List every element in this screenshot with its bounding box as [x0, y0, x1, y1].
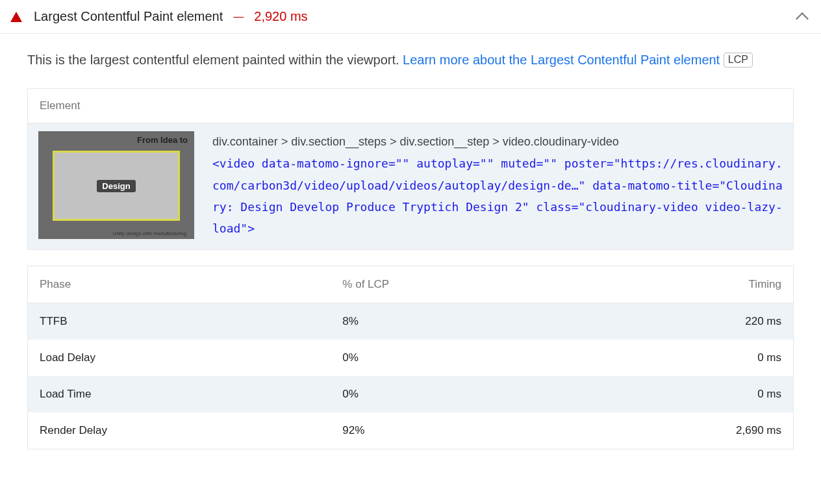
phase-timing: 0 ms	[564, 340, 794, 376]
col-pct: % of LCP	[331, 266, 563, 303]
element-selector-path: div.container > div.section__steps > div…	[212, 131, 783, 153]
phase-pct: 8%	[331, 303, 563, 340]
lcp-audit-panel: Largest Contentful Paint element — 2,920…	[0, 0, 821, 455]
panel-header[interactable]: Largest Contentful Paint element — 2,920…	[0, 0, 821, 34]
phase-name: Render Delay	[28, 412, 331, 449]
element-thumbnail: From Idea to Design Unify design with ma…	[38, 131, 194, 239]
phase-name: Load Time	[28, 376, 331, 412]
phase-name: TTFB	[28, 303, 331, 340]
chevron-up-icon[interactable]	[796, 12, 809, 25]
phase-timing: 0 ms	[564, 376, 794, 412]
lcp-element-card: Element From Idea to Design Unify design…	[27, 88, 794, 250]
thumb-chip-label: Design	[97, 180, 135, 192]
element-section-label: Element	[28, 89, 793, 123]
col-timing: Timing	[564, 266, 794, 303]
warning-triangle-icon	[10, 12, 22, 22]
phase-timing: 220 ms	[564, 303, 794, 340]
audit-metric-value: 2,920 ms	[254, 9, 307, 24]
col-phase: Phase	[28, 266, 331, 303]
element-html-snippet: <video data-matomo-ignore="" autoplay=""…	[212, 153, 783, 239]
element-card-body: From Idea to Design Unify design with ma…	[28, 123, 793, 249]
phase-pct: 0%	[331, 376, 563, 412]
table-row: Load Delay 0% 0 ms	[28, 340, 794, 376]
panel-body: This is the largest contentful element p…	[0, 34, 821, 455]
phase-name: Load Delay	[28, 340, 331, 376]
table-row: TTFB 8% 220 ms	[28, 303, 794, 340]
lcp-phase-table: Phase % of LCP Timing TTFB 8% 220 ms Loa…	[27, 266, 794, 449]
lcp-tag: LCP	[724, 53, 753, 68]
table-header-row: Phase % of LCP Timing	[28, 266, 794, 303]
thumb-top-text: From Idea to	[137, 135, 188, 145]
audit-description: This is the largest contentful element p…	[27, 49, 794, 70]
phase-timing: 2,690 ms	[564, 412, 794, 449]
phase-pct: 92%	[331, 412, 563, 449]
table-row: Load Time 0% 0 ms	[28, 376, 794, 412]
learn-more-link[interactable]: Learn more about the Largest Contentful …	[403, 53, 720, 67]
description-lead: This is the largest contentful element p…	[27, 53, 403, 67]
phase-pct: 0%	[331, 340, 563, 376]
element-detail: div.container > div.section__steps > div…	[212, 131, 783, 239]
table-row: Render Delay 92% 2,690 ms	[28, 412, 794, 449]
thumb-bottom-text: Unify design with manufacturing	[113, 231, 186, 236]
audit-title: Largest Contentful Paint element	[34, 9, 223, 24]
metric-separator: —	[233, 11, 244, 23]
thumb-highlight-box: Design	[53, 151, 180, 221]
